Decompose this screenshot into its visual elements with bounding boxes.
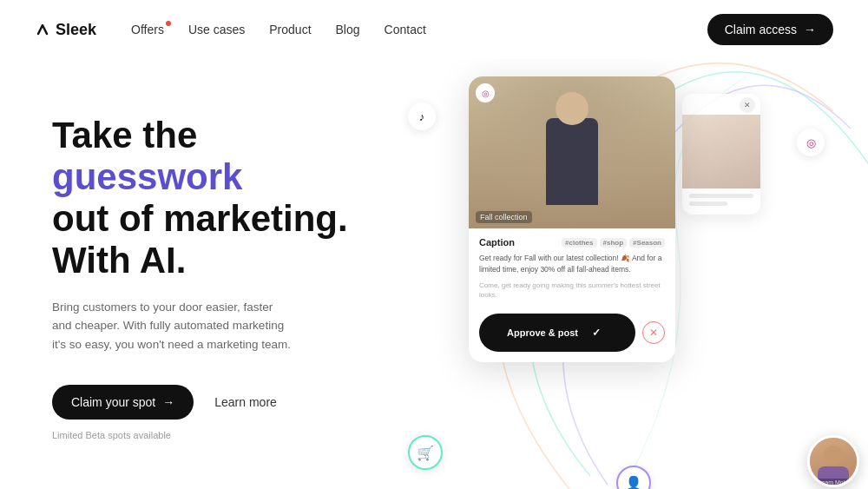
hero-title: Take the guesswork out of marketing.With… <box>52 115 365 282</box>
hero-visual: ♪ ✉ ◎ 🛒 👤 <box>399 59 868 489</box>
caption-tags: #clothes #shop #Season <box>562 238 665 248</box>
learn-more-button[interactable]: Learn more <box>214 395 277 409</box>
nav-links: Offers Use cases Product Blog Contact <box>131 23 707 36</box>
side-post-card: ✕ <box>682 94 760 215</box>
nav-link-product[interactable]: Product <box>269 23 311 36</box>
claim-spot-button[interactable]: Claim your spot → <box>52 385 194 420</box>
card-image-label: Fall collection <box>476 211 532 223</box>
card-top: ◎ Fall collection <box>469 76 675 228</box>
brand-name: Sleek <box>56 21 96 39</box>
hero-subtitle: Bring customers to your door easier, fas… <box>52 298 295 354</box>
nav-link-contact[interactable]: Contact <box>385 23 426 36</box>
card-actions: Approve & post ✓ ✕ <box>469 307 675 362</box>
nav-link-blog[interactable]: Blog <box>336 23 360 36</box>
avatar-head <box>824 446 843 465</box>
card-image-inner <box>469 76 675 228</box>
nav-link-use-cases[interactable]: Use cases <box>188 23 245 36</box>
nav-link-offers[interactable]: Offers <box>131 23 164 36</box>
navbar: Sleek Offers Use cases Product Blog Cont… <box>0 0 868 59</box>
hero-content: Take the guesswork out of marketing.With… <box>0 59 399 489</box>
beta-note: Limited Beta spots available <box>52 430 365 440</box>
instagram-floating-icon: ◎ <box>797 129 825 156</box>
approve-post-button[interactable]: Approve & post ✓ <box>479 314 635 352</box>
card-instagram-icon: ◎ <box>476 83 495 102</box>
close-icon[interactable]: ✕ <box>740 97 755 113</box>
card-caption-section: Caption #clothes #shop #Season <box>469 228 675 251</box>
side-card-line-1 <box>689 194 753 198</box>
checkmark-button[interactable]: ✓ <box>585 321 608 344</box>
card-caption-text2: Come, get ready going making this summer… <box>469 281 675 307</box>
avatar-face <box>810 438 857 485</box>
side-card-image <box>682 115 760 188</box>
offers-badge <box>166 21 171 26</box>
person-body <box>546 118 598 205</box>
main-post-card: ◎ Fall collection Caption #clothes #shop… <box>469 76 675 362</box>
side-card-line-2 <box>689 202 727 206</box>
side-card-image-inner <box>682 115 760 188</box>
hero-buttons: Claim your spot → Learn more <box>52 385 365 420</box>
side-card-close: ✕ <box>682 94 760 115</box>
claim-access-button[interactable]: Claim access → <box>707 14 833 45</box>
card-image: ◎ Fall collection <box>469 76 675 228</box>
avatar: Loam Mote <box>807 435 859 487</box>
person-silhouette <box>537 83 607 222</box>
person-head <box>556 92 589 125</box>
tiktok-icon: ♪ <box>408 102 436 130</box>
card-container: ◎ Fall collection Caption #clothes #shop… <box>469 76 760 362</box>
hero-title-highlight: guesswork <box>52 156 242 197</box>
cart-icon: 🛒 <box>408 435 443 470</box>
reject-post-button[interactable]: ✕ <box>642 321 665 344</box>
card-caption-text: Get ready for Fall with our latest colle… <box>469 251 675 281</box>
hero-section: Take the guesswork out of marketing.With… <box>0 59 868 489</box>
side-card-content <box>682 188 760 215</box>
brand-logo[interactable]: Sleek <box>35 21 96 39</box>
